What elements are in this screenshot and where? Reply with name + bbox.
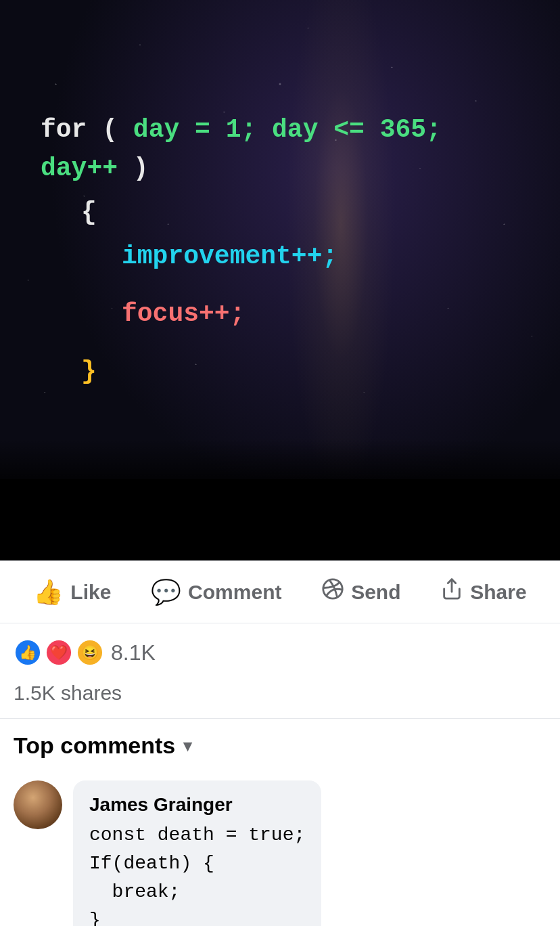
comments-section: James Grainger const death = true; If(de… (0, 770, 560, 926)
code-line-2: { (81, 193, 519, 232)
shares-count: 1.5K shares (14, 682, 122, 704)
shares-row: 1.5K shares (0, 674, 560, 718)
code-line-1: for ( day = 1; day <= 365; day++ ) (41, 110, 519, 188)
send-label: Send (351, 581, 400, 604)
comments-dropdown-icon[interactable]: ▾ (183, 736, 191, 755)
code-line-3: improvement++; (122, 237, 519, 275)
svg-text:❤️: ❤️ (50, 644, 68, 661)
reaction-count: 8.1K (111, 640, 156, 665)
reaction-haha: 😆 (76, 638, 104, 667)
like-label: Like (70, 581, 111, 604)
svg-text:😆: 😆 (81, 644, 99, 661)
top-comments-header: Top comments ▾ (0, 718, 560, 770)
comment-icon: 💬 (151, 578, 181, 607)
comment-item: James Grainger const death = true; If(de… (14, 780, 546, 926)
tree-silhouette-decoration (0, 479, 560, 560)
comment-bubble: James Grainger const death = true; If(de… (73, 780, 321, 926)
avatar (14, 780, 62, 829)
share-icon (440, 577, 463, 607)
commenter-name: James Grainger (89, 794, 305, 816)
reactions-row: 👍 ❤️ 😆 8.1K (0, 623, 560, 674)
send-button[interactable]: Send (308, 571, 414, 613)
comment-text: const death = true; If(death) { break; } (89, 821, 305, 926)
like-icon: 👍 (33, 578, 64, 607)
share-label: Share (470, 581, 526, 604)
send-icon (321, 577, 344, 607)
post-image: for ( day = 1; day <= 365; day++ ) { imp… (0, 0, 560, 560)
top-comments-label: Top comments (14, 732, 175, 759)
avatar-image (14, 780, 62, 829)
svg-text:👍: 👍 (19, 644, 37, 661)
reaction-like: 👍 (14, 638, 42, 667)
comment-button[interactable]: 💬 Comment (137, 571, 295, 613)
comment-label: Comment (188, 581, 281, 604)
code-line-4: focus++; (122, 294, 519, 333)
share-button[interactable]: Share (427, 571, 540, 613)
code-content: for ( day = 1; day <= 365; day++ ) { imp… (0, 83, 560, 423)
action-bar: 👍 Like 💬 Comment Send Share (0, 560, 560, 623)
reaction-heart: ❤️ (45, 638, 73, 667)
code-line-5: } (81, 352, 519, 391)
like-button[interactable]: 👍 Like (20, 571, 124, 613)
